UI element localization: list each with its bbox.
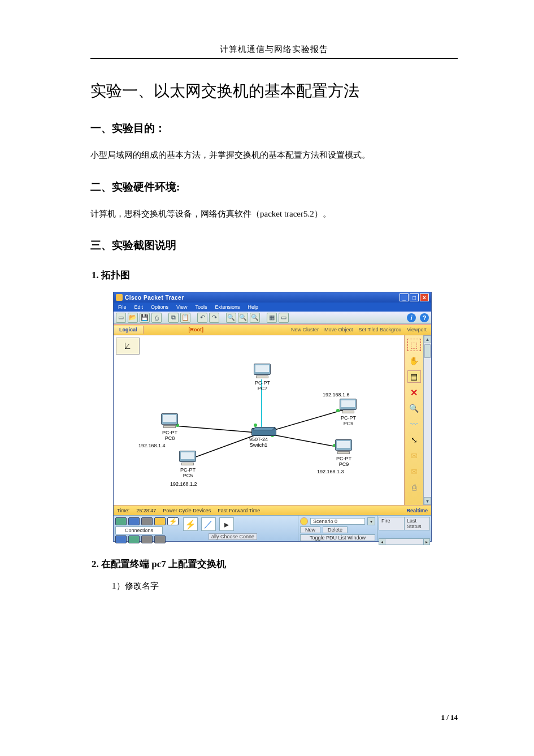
device-pc9-lower[interactable] [334,439,353,455]
scenario-dropdown-icon[interactable]: ▾ [367,517,375,525]
copy-icon[interactable]: ⧉ [168,313,179,323]
scroll-right-icon[interactable]: ▸ [423,538,430,545]
resize-tool-icon[interactable]: ⤡ [407,434,421,446]
print-icon[interactable]: ⎙ [151,313,162,323]
window-title: Cisco Packet Tracer [125,295,400,301]
page-header: 计算机通信与网络实验报告 [90,44,458,59]
tool-sidebar: ⬚ ✋ ▤ ✕ 🔍 〰 ⤡ ✉ ✉ ⎙ [404,335,423,505]
btn-set-tiled-bg[interactable]: Set Tiled Backgrou [359,327,402,332]
col-last-status[interactable]: Last Status [405,517,429,530]
scroll-up-icon[interactable]: ▲ [424,335,431,343]
menubar[interactable]: File Edit Options View Tools Extensions … [114,303,431,312]
undo-icon[interactable]: ↶ [197,313,207,323]
scenario-bulb-icon[interactable] [300,517,308,525]
device-pc5[interactable] [178,451,197,466]
new-file-icon[interactable]: ▭ [116,313,126,323]
device-category-panel[interactable]: ⚡ Connections [114,516,181,541]
breadcrumb-root[interactable]: [Root] [144,327,204,332]
power-cycle-button[interactable]: Power Cycle Devices [163,508,211,513]
hub-category-icon[interactable] [141,517,153,525]
redo-icon[interactable]: ↷ [209,313,219,323]
device-pc9-upper[interactable] [338,399,358,414]
toolbar: ▭ 📂 💾 ⎙ ⧉ 📋 ↶ ↷ 🔍 🔍 🔍 ▦ ▭ i ? [114,312,431,324]
custom-category-icon[interactable] [141,535,153,543]
workspace[interactable]: ⟀ [114,335,431,505]
select-tool-icon[interactable]: ⬚ [407,339,421,351]
router-category-icon[interactable] [115,517,127,525]
save-file-icon[interactable]: 💾 [140,313,150,323]
enddev-category-icon[interactable] [115,535,127,543]
menu-edit[interactable]: Edit [134,304,144,310]
section-3-heading: 三、实验截图说明 [90,238,458,253]
delete-tool-icon[interactable]: ✕ [407,386,421,399]
device-pc8[interactable] [160,413,179,429]
draw-tool-icon[interactable]: 〰 [407,418,421,430]
link-lines [114,335,404,505]
menu-options[interactable]: Options [151,304,168,310]
window-titlebar[interactable]: Cisco Packet Tracer _ □ × [114,292,431,303]
topology-canvas[interactable]: ⟀ [114,335,404,505]
menu-view[interactable]: View [176,304,187,310]
zoom-in-icon[interactable]: 🔍 [226,313,236,323]
connections-category-icon[interactable]: ⚡ [167,517,179,525]
zoom-reset-icon[interactable]: 🔍 [238,313,248,323]
vertical-scrollbar[interactable]: ▲ ▼ [423,335,431,505]
scroll-thumb[interactable] [424,344,431,358]
info-icon[interactable]: i [407,313,416,322]
subsec-config-pc7: 2. 在配置终端 pc7 上配置交换机 [92,558,458,571]
close-button[interactable]: × [420,293,429,301]
svg-line-1 [175,426,256,433]
page-number: 1 / 14 [441,713,458,722]
workspace-tabbar: Logical [Root] New Cluster Move Object S… [114,324,431,335]
wireless-category-icon[interactable] [154,517,166,525]
device-pc7[interactable] [253,364,272,379]
paste-icon[interactable]: 📋 [180,313,190,323]
connection-console-icon[interactable]: ／ [201,517,216,531]
scroll-left-icon[interactable]: ◂ [379,538,385,545]
palette-icon[interactable]: ▦ [267,313,277,323]
connection-nav-icon[interactable]: ▸ [219,517,234,531]
horizontal-scrollbar[interactable]: ◂ ▸ [379,538,430,545]
pc8-label: PC-PTPC8 [162,430,177,442]
realtime-tab[interactable]: Realtime [406,508,428,513]
note-tool-icon[interactable]: ▤ [407,370,421,383]
minimize-button[interactable]: _ [400,293,409,301]
wan-category-icon[interactable] [128,535,140,543]
printer-icon[interactable]: ⎙ [407,481,421,494]
menu-tools[interactable]: Tools [195,304,207,310]
open-file-icon[interactable]: 📂 [128,313,138,323]
device-list-panel[interactable]: ⚡ ／ ▸ ally Choose Conne [181,516,298,541]
menu-extensions[interactable]: Extensions [215,304,240,310]
inspect-tool-icon[interactable]: 🔍 [407,402,421,414]
tab-logical[interactable]: Logical [114,326,144,334]
btn-move-object[interactable]: Move Object [324,327,353,332]
dialog-icon[interactable]: ▭ [279,313,289,323]
help-icon[interactable]: ? [420,313,429,322]
toggle-pdu-button[interactable]: Toggle PDU List Window [300,534,375,541]
multiuser-category-icon[interactable] [154,535,166,543]
complex-pdu-icon[interactable]: ✉ [407,465,421,478]
zoom-out-icon[interactable]: 🔍 [250,313,260,323]
scenario-select[interactable]: Scenario 0 [310,518,365,525]
simple-pdu-icon[interactable]: ✉ [407,450,421,462]
col-fire[interactable]: Fire [379,517,405,530]
scenario-new-button[interactable]: New [300,526,320,533]
btn-new-cluster[interactable]: New Cluster [291,327,319,332]
app-icon [116,294,123,301]
switch-category-icon[interactable] [128,517,140,525]
section-1-heading: 一、实验目的： [90,121,458,136]
fast-forward-button[interactable]: Fast Forward Time [218,508,260,513]
scroll-down-icon[interactable]: ▼ [424,497,431,505]
device-switch[interactable] [251,428,276,436]
btn-viewport[interactable]: Viewport [407,327,427,332]
move-tool-icon[interactable]: ✋ [407,355,421,367]
pc9-upper-ip: 192.168.1.6 [323,392,350,398]
connection-auto-icon[interactable]: ⚡ [183,517,198,531]
section-1-body: 小型局域网的组成的基本方法，并掌握交换机的基本配置方法和设置模式。 [90,148,458,163]
maximize-button[interactable]: □ [410,293,419,301]
menu-file[interactable]: File [118,304,127,310]
pc8-ip: 192.168.1.4 [138,443,166,448]
scenario-delete-button[interactable]: Delete [323,526,348,533]
menu-help[interactable]: Help [248,304,258,310]
status-bar: Time: 25:28:47 Power Cycle Devices Fast … [114,505,431,515]
